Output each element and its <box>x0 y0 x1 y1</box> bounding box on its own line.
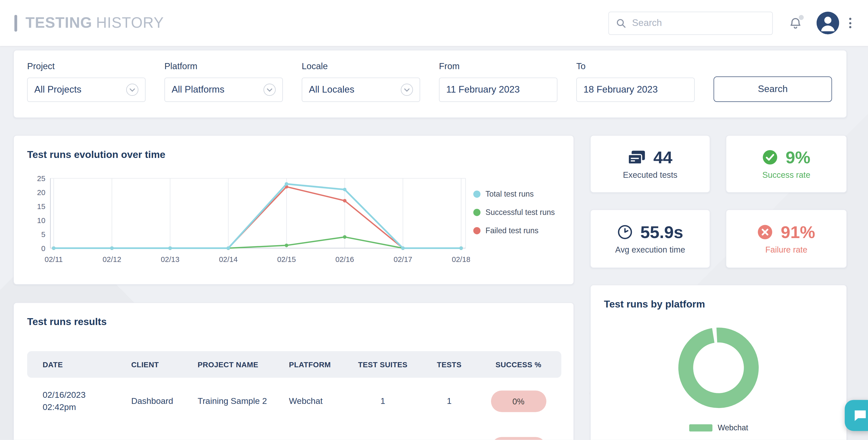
chart-x-label: 02/18 <box>452 255 470 263</box>
platform-select-value: All Platforms <box>172 84 224 95</box>
chart-y-label: 0 <box>41 244 45 253</box>
platform-chart-title: Test runs by platform <box>604 299 833 310</box>
chevron-down-icon <box>264 84 276 96</box>
project-filter-label: Project <box>27 62 146 71</box>
column-header-test-suites: TEST SUITES <box>343 360 423 369</box>
cell-platform: Webchat <box>274 395 343 407</box>
project-select[interactable]: All Projects <box>27 78 146 102</box>
legend-item-failed: Failed test runs <box>473 226 555 235</box>
platform-legend: Webchat <box>689 423 748 432</box>
notifications-button[interactable] <box>787 14 804 32</box>
results-table: DATE CLIENT PROJECT NAME PLATFORM TEST S… <box>27 351 561 440</box>
evolution-line-chart: 02/1102/1202/1302/1402/1502/1602/1702/18… <box>27 171 470 266</box>
cell-success: 0% <box>475 437 561 440</box>
chart-y-label: 5 <box>41 230 45 239</box>
stat-value: 9% <box>786 149 811 166</box>
stat-value: 91% <box>781 224 815 241</box>
legend-dot-failed <box>473 227 480 234</box>
x-circle-icon <box>757 224 773 240</box>
chart-y-label: 10 <box>37 216 45 225</box>
column-header-project-name: PROJECT NAME <box>182 360 274 369</box>
from-date-input[interactable]: 11 February 2023 <box>439 78 557 102</box>
test-runs-evolution-card: Test runs evolution over time 02/1102/12… <box>13 135 574 285</box>
locale-select[interactable]: All Locales <box>302 78 420 102</box>
stat-label: Avg execution time <box>615 245 685 254</box>
legend-dot-total <box>473 190 480 197</box>
user-avatar[interactable] <box>816 12 839 34</box>
column-header-success: SUCCESS % <box>475 360 561 369</box>
chart-data-point <box>459 246 463 250</box>
kebab-dot <box>849 22 851 24</box>
page-title-secondary: HISTORY <box>96 14 164 31</box>
chart-data-point <box>285 182 288 186</box>
search-icon <box>616 18 626 29</box>
chart-x-label: 02/12 <box>102 255 121 263</box>
chat-bubble-icon <box>853 409 867 422</box>
stat-value: 44 <box>653 149 672 166</box>
chart-series-line <box>54 184 461 248</box>
platform-select[interactable]: All Platforms <box>164 78 283 102</box>
top-bar: TESTINGHISTORY <box>0 0 868 46</box>
results-title: Test runs results <box>27 316 560 328</box>
chevron-down-icon <box>401 84 413 96</box>
check-circle-icon <box>762 150 778 165</box>
chart-x-label: 02/13 <box>161 255 180 263</box>
chart-x-label: 02/16 <box>335 255 354 263</box>
notification-dot <box>799 15 804 20</box>
chart-y-label: 15 <box>37 202 45 211</box>
platform-filter-label: Platform <box>164 62 283 71</box>
column-header-client: CLIENT <box>116 360 182 369</box>
chart-data-point <box>343 199 346 202</box>
stat-value: 55.9s <box>640 224 683 241</box>
chart-x-label: 02/11 <box>45 255 63 263</box>
stat-card-executed-tests: 44 Executed tests <box>590 135 710 193</box>
app-root: TESTINGHISTORY <box>0 0 868 440</box>
stat-label: Executed tests <box>623 170 677 179</box>
search-button[interactable]: Search <box>713 77 832 102</box>
chart-data-point <box>401 246 405 250</box>
locale-filter-label: Locale <box>302 62 420 71</box>
platform-legend-swatch <box>689 424 712 431</box>
executed-tests-icon <box>628 150 646 165</box>
stat-card-failure-rate: 91% Failure rate <box>726 209 847 268</box>
to-date-value: 18 February 2023 <box>584 84 658 95</box>
legend-label: Failed test runs <box>486 226 538 235</box>
success-rate-badge: 0% <box>491 437 546 440</box>
page-title-primary: TESTING <box>25 14 92 31</box>
cell-client: Dashboard <box>116 395 182 407</box>
chart-data-point <box>226 246 230 250</box>
table-row[interactable]: 02/16/2023 02:42pm Dashboard Training Sa… <box>27 378 561 424</box>
project-select-value: All Projects <box>34 84 81 95</box>
global-search[interactable] <box>609 11 773 35</box>
test-runs-by-platform-card: Test runs by platform Webchat <box>590 285 847 440</box>
test-runs-results-card: Test runs results DATE CLIENT PROJECT NA… <box>13 302 574 440</box>
to-date-label: To <box>576 62 695 71</box>
to-date-input[interactable]: 18 February 2023 <box>576 78 695 102</box>
chart-x-label: 02/14 <box>219 255 238 263</box>
chat-widget-button[interactable] <box>845 400 868 431</box>
stat-label: Failure rate <box>765 245 807 254</box>
legend-label: Successful test runs <box>486 208 555 217</box>
search-input[interactable] <box>632 18 765 29</box>
chart-x-label: 02/17 <box>394 255 412 263</box>
locale-select-value: All Locales <box>309 84 354 95</box>
success-rate-badge: 0% <box>491 390 546 412</box>
stat-label: Success rate <box>762 170 810 179</box>
from-date-label: From <box>439 62 557 71</box>
chart-series-line <box>54 187 461 248</box>
table-row[interactable]: 02/16/2023 Training Sample 0% <box>27 424 561 440</box>
legend-label: Total test runs <box>486 189 534 198</box>
results-table-header: DATE CLIENT PROJECT NAME PLATFORM TEST S… <box>27 351 561 378</box>
legend-item-total: Total test runs <box>473 189 555 198</box>
column-header-tests: TESTS <box>423 360 475 369</box>
chart-x-label: 02/15 <box>277 255 296 263</box>
title-accent-bar <box>14 15 17 31</box>
filters-panel: Project All Projects Platform All Platfo… <box>13 50 847 118</box>
cell-date: 02/16/2023 02:42pm <box>27 389 116 413</box>
chart-legend: Total test runs Successful test runs Fai… <box>473 189 555 266</box>
kebab-dot <box>849 26 851 28</box>
from-date-value: 11 February 2023 <box>446 84 520 95</box>
cell-test-suites: 1 <box>343 395 423 407</box>
chart-y-label: 25 <box>37 174 45 183</box>
more-options-button[interactable] <box>847 16 854 31</box>
